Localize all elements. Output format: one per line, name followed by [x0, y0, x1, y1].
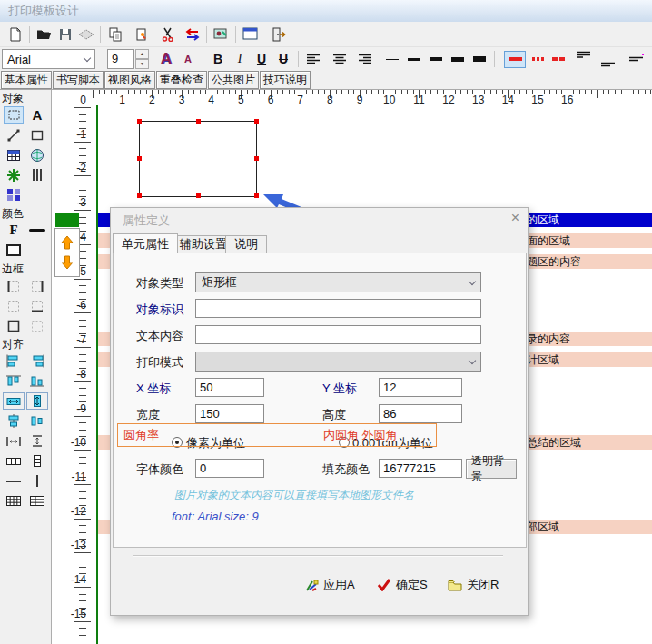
strikethrough-button[interactable]: U: [272, 50, 294, 68]
resize-handle[interactable]: [196, 119, 201, 124]
table-tool[interactable]: [3, 146, 25, 163]
spin-down-button[interactable]: ▼: [135, 59, 149, 69]
align-right-edges-button[interactable]: [26, 352, 48, 370]
valign-top-button[interactable]: [572, 47, 594, 65]
v-center-button[interactable]: [26, 412, 48, 430]
copy-button[interactable]: [104, 24, 125, 45]
resize-handle[interactable]: [196, 193, 201, 198]
ok-button[interactable]: 确定S: [377, 575, 428, 595]
bold-button[interactable]: B: [207, 50, 229, 68]
open-file-button[interactable]: [34, 24, 54, 45]
line-color-button[interactable]: [26, 222, 48, 239]
align-left-button[interactable]: [302, 50, 324, 68]
y-coord-input[interactable]: [379, 378, 462, 397]
h-spacing-button[interactable]: [3, 432, 25, 450]
height-input[interactable]: [379, 404, 462, 423]
x-coord-input[interactable]: [195, 378, 264, 397]
cut-button[interactable]: [157, 24, 178, 45]
tab-overlap-check[interactable]: 重叠检查: [156, 71, 207, 89]
exit-button[interactable]: [268, 24, 289, 45]
same-height-button[interactable]: [26, 392, 48, 410]
close-button[interactable]: 关闭R: [448, 575, 499, 595]
width-input[interactable]: [195, 404, 264, 423]
resize-handle[interactable]: [254, 119, 259, 124]
valign-bottom-button[interactable]: [597, 54, 618, 72]
align-left-edges-button[interactable]: [3, 352, 25, 370]
swap-arrows-button[interactable]: [182, 24, 203, 45]
tab-shared-images[interactable]: 公共图片: [208, 71, 259, 89]
border-none-button[interactable]: [26, 317, 48, 334]
selected-rectangle-object[interactable]: [139, 121, 257, 197]
resize-handle[interactable]: [137, 156, 142, 161]
move-down-button[interactable]: [61, 255, 74, 270]
align-top-edges-button[interactable]: [3, 372, 25, 390]
paste-special-button[interactable]: [131, 24, 152, 45]
font-decrease-button[interactable]: A: [177, 50, 199, 68]
rectangle-tool[interactable]: [26, 126, 48, 144]
print-preview-button[interactable]: [75, 24, 96, 45]
fill-color-swatch[interactable]: [3, 242, 25, 259]
font-size-input[interactable]: 9: [107, 49, 134, 69]
close-icon[interactable]: ×: [511, 211, 519, 225]
h-line-button[interactable]: [3, 472, 25, 490]
line-weight-3-button[interactable]: [425, 50, 447, 68]
same-width-button[interactable]: [3, 392, 25, 410]
select-tool[interactable]: [3, 106, 25, 124]
underline-button[interactable]: U: [251, 50, 272, 68]
resize-handle[interactable]: [137, 193, 142, 198]
h-center-button[interactable]: [3, 412, 25, 430]
apply-button[interactable]: 应用A: [305, 575, 355, 595]
line-weight-4-button[interactable]: [447, 50, 469, 68]
pattern-tool[interactable]: [3, 186, 25, 203]
italic-button[interactable]: I: [229, 50, 251, 68]
resize-handle[interactable]: [254, 156, 259, 161]
line-weight-2-button[interactable]: [403, 50, 425, 68]
save-file-button[interactable]: [54, 24, 75, 45]
transparent-background-button[interactable]: 透明背景: [466, 459, 517, 479]
text-content-input[interactable]: [195, 325, 481, 344]
text-tool[interactable]: A: [26, 106, 48, 124]
v-line-button[interactable]: [26, 472, 48, 490]
tab-view-style[interactable]: 视图风格: [104, 71, 155, 89]
border-top-button[interactable]: [3, 297, 25, 314]
dialog-tab-description[interactable]: 说明: [225, 235, 267, 253]
line-style-solid-button[interactable]: [504, 51, 526, 68]
line-tool[interactable]: [3, 126, 25, 144]
preview-button[interactable]: [211, 24, 232, 45]
chart-tool[interactable]: [3, 166, 25, 183]
object-type-select[interactable]: 矩形框: [195, 272, 481, 292]
line-style-dotted-button[interactable]: [532, 57, 544, 61]
align-center-button[interactable]: [329, 50, 351, 68]
dialog-tab-cell-properties[interactable]: 单元属性: [113, 233, 178, 253]
border-bottom-button[interactable]: [26, 297, 48, 314]
line-weight-5-button[interactable]: [469, 50, 490, 68]
line-style-dashed-button[interactable]: [552, 57, 565, 61]
columns-button[interactable]: [3, 452, 25, 470]
new-window-button[interactable]: [240, 24, 261, 45]
v-spacing-button[interactable]: [26, 432, 48, 450]
border-all-button[interactable]: [3, 317, 25, 334]
align-bottom-edges-button[interactable]: [26, 372, 48, 390]
font-color-input[interactable]: [195, 459, 264, 478]
border-left-button[interactable]: [3, 277, 25, 294]
new-file-button[interactable]: [5, 24, 25, 45]
barcode-tool[interactable]: [26, 166, 48, 183]
rows-button[interactable]: [26, 452, 48, 470]
grid-merge-button[interactable]: [26, 492, 48, 510]
print-mode-select[interactable]: [195, 352, 481, 372]
font-family-select[interactable]: Arial: [2, 49, 95, 69]
fill-color-input[interactable]: [379, 459, 462, 478]
tab-tips[interactable]: 技巧说明: [260, 71, 311, 89]
move-up-button[interactable]: [61, 235, 74, 250]
tab-script[interactable]: 书写脚本: [53, 71, 104, 89]
spin-up-button[interactable]: ▲: [135, 49, 149, 59]
object-id-input[interactable]: [195, 299, 481, 318]
image-tool[interactable]: [26, 146, 48, 163]
grid-button[interactable]: [3, 492, 25, 510]
border-right-button[interactable]: [26, 277, 48, 294]
line-weight-1-button[interactable]: [381, 50, 403, 68]
resize-handle[interactable]: [137, 119, 142, 124]
align-right-button[interactable]: [354, 50, 376, 68]
valign-middle-button[interactable]: [626, 50, 647, 68]
font-color-button[interactable]: F: [3, 222, 25, 239]
